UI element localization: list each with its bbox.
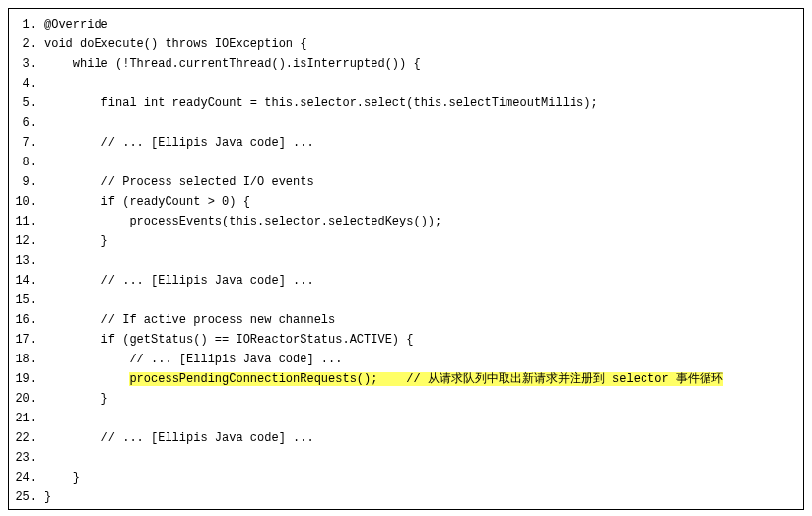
highlight: processPendingConnectionRequests(); // 从…	[129, 372, 722, 386]
code-line: 15.	[13, 290, 793, 310]
code-line: 13.	[13, 251, 793, 271]
code-line: 8.	[13, 153, 793, 172]
code-text: @Override	[44, 15, 793, 34]
line-number: 21.	[13, 409, 44, 428]
code-text	[44, 409, 793, 428]
code-text	[44, 153, 793, 172]
line-number: 22.	[13, 428, 44, 448]
line-number: 25.	[13, 487, 44, 507]
code-text	[44, 448, 793, 468]
code-line: 16. // If active process new channels	[13, 310, 793, 330]
code-line: 5. final int readyCount = this.selector.…	[13, 94, 793, 113]
code-line: 25.}	[13, 487, 793, 507]
code-text: // ... [Ellipis Java code] ...	[44, 271, 793, 290]
code-text: // ... [Ellipis Java code] ...	[44, 428, 793, 448]
code-text: // ... [Ellipis Java code] ...	[44, 133, 793, 153]
line-number: 17.	[13, 330, 44, 350]
code-line: 19. processPendingConnectionRequests(); …	[13, 369, 793, 389]
line-number: 20.	[13, 389, 44, 409]
code-line: 12. }	[13, 231, 793, 251]
code-text	[44, 251, 793, 271]
code-text: final int readyCount = this.selector.sel…	[44, 94, 793, 113]
line-number: 2.	[13, 34, 44, 54]
code-text: if (getStatus() == IOReactorStatus.ACTIV…	[44, 330, 793, 350]
code-line: 14. // ... [Ellipis Java code] ...	[13, 271, 793, 290]
line-number: 15.	[13, 290, 44, 310]
code-line: 9. // Process selected I/O events	[13, 172, 793, 192]
code-block: 1.@Override2.void doExecute() throws IOE…	[8, 8, 804, 510]
code-line: 6.	[13, 113, 793, 133]
line-number: 1.	[13, 15, 44, 34]
code-text	[44, 113, 793, 133]
line-number: 6.	[13, 113, 44, 133]
code-line: 11. processEvents(this.selector.selected…	[13, 212, 793, 231]
line-number: 4.	[13, 74, 44, 94]
code-line: 24. }	[13, 468, 793, 487]
code-line: 21.	[13, 409, 793, 428]
line-number: 3.	[13, 54, 44, 74]
line-number: 24.	[13, 468, 44, 487]
code-line: 3. while (!Thread.currentThread().isInte…	[13, 54, 793, 74]
line-number: 7.	[13, 133, 44, 153]
line-number: 11.	[13, 212, 44, 231]
line-number: 23.	[13, 448, 44, 468]
code-line: 23.	[13, 448, 793, 468]
code-text: if (readyCount > 0) {	[44, 192, 793, 212]
code-line: 4.	[13, 74, 793, 94]
line-number: 13.	[13, 251, 44, 271]
code-line: 7. // ... [Ellipis Java code] ...	[13, 133, 793, 153]
code-text: void doExecute() throws IOException {	[44, 34, 793, 54]
line-number: 5.	[13, 94, 44, 113]
line-number: 10.	[13, 192, 44, 212]
code-text: processEvents(this.selector.selectedKeys…	[44, 212, 793, 231]
line-number: 12.	[13, 231, 44, 251]
code-line: 2.void doExecute() throws IOException {	[13, 34, 793, 54]
line-number: 18.	[13, 350, 44, 369]
code-text: while (!Thread.currentThread().isInterru…	[44, 54, 793, 74]
code-line: 17. if (getStatus() == IOReactorStatus.A…	[13, 330, 793, 350]
code-text: }	[44, 468, 793, 487]
line-number: 14.	[13, 271, 44, 290]
line-number: 9.	[13, 172, 44, 192]
line-number: 8.	[13, 153, 44, 172]
code-text: }	[44, 231, 793, 251]
code-line: 22. // ... [Ellipis Java code] ...	[13, 428, 793, 448]
code-text: processPendingConnectionRequests(); // 从…	[44, 369, 793, 389]
code-text: // Process selected I/O events	[44, 172, 793, 192]
line-number: 16.	[13, 310, 44, 330]
code-text	[44, 290, 793, 310]
code-line: 10. if (readyCount > 0) {	[13, 192, 793, 212]
code-text: }	[44, 389, 793, 409]
code-line: 18. // ... [Ellipis Java code] ...	[13, 350, 793, 369]
code-text: // ... [Ellipis Java code] ...	[44, 350, 793, 369]
line-number: 19.	[13, 369, 44, 389]
code-text: }	[44, 487, 793, 507]
code-line: 1.@Override	[13, 15, 793, 34]
code-text	[44, 74, 793, 94]
code-line: 20. }	[13, 389, 793, 409]
code-text: // If active process new channels	[44, 310, 793, 330]
